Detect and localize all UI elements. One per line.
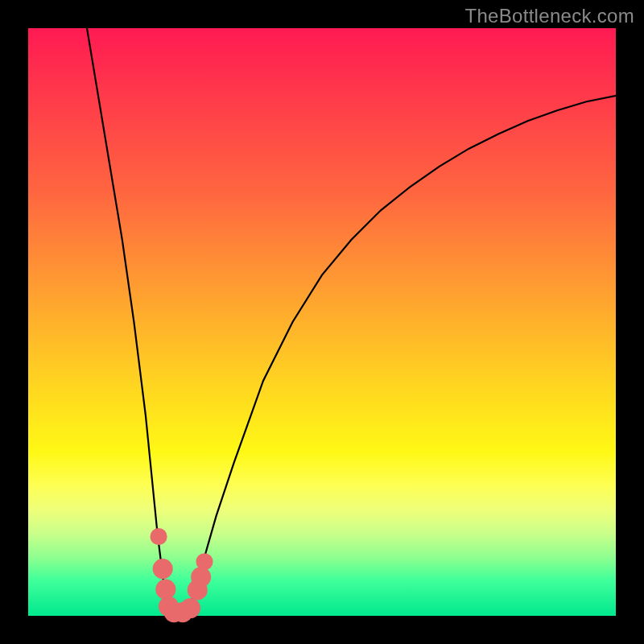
bottleneck-curve [87,28,616,616]
chart-frame: TheBottleneck.com [0,0,644,644]
curve-marker [150,528,167,545]
curve-marker [191,567,211,587]
curve-markers [150,528,213,622]
plot-area [28,28,616,616]
curve-marker [196,553,213,570]
curve-marker [180,598,200,618]
chart-svg [28,28,616,616]
watermark-text: TheBottleneck.com [464,5,634,27]
curve-marker [155,580,175,600]
curve-marker [153,559,173,579]
